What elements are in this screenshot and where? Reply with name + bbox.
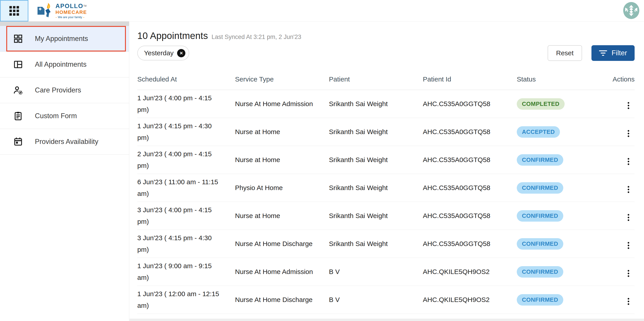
cell-patient: Srikanth Sai Weight: [329, 100, 423, 108]
cell-service-type: Nurse At Home Discharge: [235, 296, 329, 303]
filter-button[interactable]: Filter: [592, 45, 634, 61]
logo-apollo-text: APOLLO: [56, 3, 84, 10]
cell-scheduled-at: 1 Jun'23 ( 4:00 pm - 4:15 pm): [137, 90, 224, 118]
manage-accounts-icon: [13, 85, 23, 95]
table-row: 6 Jun'23 ( 11:00 am - 11:15 am) Physio A…: [137, 174, 634, 202]
table-row: 1 Jun'23 ( 12:00 am - 12:15 am) Nurse At…: [137, 286, 634, 314]
cell-patient: Srikanth Sai Weight: [329, 212, 423, 220]
cell-patient-id: AHC.C535A0GGTQ58: [423, 100, 517, 108]
status-badge: CONFIRMED: [517, 182, 563, 194]
cell-scheduled-at: 3 Jun'23 ( 4:15 pm - 4:30 pm): [137, 230, 224, 258]
cell-patient: Srikanth Sai Weight: [329, 156, 423, 164]
cell-patient-id: AHC.QKILE5QH9OS2: [423, 268, 517, 275]
cell-patient-id: AHC.C535A0GGTQ58: [423, 212, 517, 220]
status-badge: CONFIRMED: [517, 238, 563, 250]
cell-scheduled-at: 1 Jun'23 ( 12:00 am - 12:15 am): [137, 286, 224, 313]
table-row: 3 Jun'23 ( 4:15 pm - 4:30 pm) Nurse At H…: [137, 230, 634, 258]
sidebar-item-my-appointments[interactable]: My Appointments: [0, 26, 129, 52]
logo-tagline: – We are your family –: [56, 16, 87, 19]
filter-chip-yesterday[interactable]: Yesterday ✕: [137, 46, 189, 61]
status-badge: ACCEPTED: [517, 126, 560, 138]
table-row: 3 Jun'23 ( 4:00 pm - 4:15 pm) Nurse at H…: [137, 202, 634, 230]
cell-service-type: Nurse At Home Admission: [235, 268, 329, 275]
status-badge: CONFIRMED: [517, 294, 563, 305]
sidebar-item-label: All Appointments: [35, 61, 86, 69]
cell-service-type: Physio At Home: [235, 184, 329, 192]
sidebar-item-label: My Appointments: [35, 35, 88, 43]
apps-grid-icon: [10, 6, 19, 16]
sidebar-item-label: Providers Availability: [35, 138, 98, 146]
appointments-table: Scheduled At Service Type Patient Patien…: [137, 69, 634, 321]
col-actions: Actions: [595, 76, 634, 83]
cell-patient: B V: [329, 296, 423, 303]
chip-remove-icon[interactable]: ✕: [177, 49, 185, 57]
cell-service-type: Nurse At Home Admission: [235, 100, 329, 108]
sidebar-item-custom-form[interactable]: Custom Form: [0, 103, 129, 129]
page-title: 10 Appointments: [137, 31, 208, 41]
dashboard-icon: [13, 34, 23, 44]
cell-service-type: Nurse at Home: [235, 212, 329, 220]
sidebar-top-strip: [0, 22, 129, 26]
cell-patient: Srikanth Sai Weight: [329, 128, 423, 136]
col-patient: Patient: [329, 76, 423, 83]
reset-button[interactable]: Reset: [548, 45, 582, 61]
cell-patient-id: AHC.QKILE5QH9OS2: [423, 296, 517, 303]
cell-scheduled-at: 2 Jun'23 ( 4:00 pm - 4:15 pm): [137, 146, 224, 174]
row-actions-kebab-icon[interactable]: [626, 101, 632, 110]
layout-icon: [13, 59, 23, 70]
cell-service-type: Nurse at Home: [235, 156, 329, 164]
cell-patient: B V: [329, 268, 423, 275]
row-actions-kebab-icon[interactable]: [626, 129, 632, 138]
row-actions-kebab-icon[interactable]: [626, 185, 632, 194]
sidebar-item-label: Care Providers: [35, 86, 81, 94]
col-patient-id: Patient Id: [423, 76, 517, 83]
apollo-homecare-logo: APOLLOTM HOMECARE – We are your family –: [36, 2, 87, 20]
filter-icon: [599, 50, 607, 56]
title-row: 10 Appointments Last Synced At 3:21 pm, …: [137, 31, 634, 41]
table-header: Scheduled At Service Type Patient Patien…: [137, 69, 634, 90]
sidebar-item-all-appointments[interactable]: All Appointments: [0, 52, 129, 78]
cell-patient-id: AHC.C535A0GGTQ58: [423, 128, 517, 136]
row-actions-kebab-icon[interactable]: [626, 241, 632, 250]
torch-logo-icon: [36, 2, 53, 20]
table-body: 1 Jun'23 ( 4:00 pm - 4:15 pm) Nurse At H…: [137, 90, 634, 321]
cell-service-type: Nurse At Home Discharge: [235, 240, 329, 248]
filter-button-label: Filter: [612, 49, 627, 57]
cell-patient-id: AHC.C535A0GGTQ58: [423, 156, 517, 164]
logo-tm: TM: [84, 5, 86, 7]
row-actions-kebab-icon[interactable]: [626, 296, 632, 306]
col-scheduled-at: Scheduled At: [137, 76, 235, 83]
col-status: Status: [517, 76, 595, 83]
cell-scheduled-at: 1 Jun'23 ( 9:00 am - 9:15 am): [137, 258, 224, 286]
filter-row: Yesterday ✕ Reset Filter: [137, 45, 634, 61]
cell-scheduled-at: 3 Jun'23 ( 4:00 pm - 4:15 pm): [137, 202, 224, 230]
row-actions-kebab-icon[interactable]: [626, 269, 632, 278]
cell-scheduled-at: 1 Jun'23 ( 4:15 pm - 4:30 pm): [137, 118, 224, 146]
calendar-icon: [13, 137, 23, 147]
last-synced-text: Last Synced At 3:21 pm, 2 Jun'23: [212, 34, 301, 41]
status-badge: COMPLETED: [517, 98, 564, 110]
user-avatar[interactable]: [623, 2, 640, 19]
sidebar: My Appointments All Appointments Care Pr…: [0, 22, 129, 321]
logo-homecare-text: HOMECARE: [56, 10, 87, 15]
cell-patient-id: AHC.C535A0GGTQ58: [423, 240, 517, 248]
status-badge: CONFIRMED: [517, 154, 563, 166]
topbar: APOLLOTM HOMECARE – We are your family –: [0, 0, 644, 22]
table-row: 1 Jun'23 ( 4:00 pm - 4:15 pm) Nurse At H…: [137, 90, 634, 118]
clipboard-form-icon: [13, 111, 23, 121]
cell-scheduled-at: 6 Jun'23 ( 11:00 am - 11:15 am): [137, 174, 224, 202]
table-row: 1 Jun'23 ( 9:00 am - 9:15 am) Nurse At H…: [137, 258, 634, 286]
cell-patient: Srikanth Sai Weight: [329, 240, 423, 248]
table-row: 2 Jun'23 ( 4:00 pm - 4:15 pm) Nurse at H…: [137, 146, 634, 174]
apps-menu-button[interactable]: [0, 0, 28, 22]
row-actions-kebab-icon[interactable]: [626, 157, 632, 166]
filter-chip-label: Yesterday: [144, 49, 174, 57]
main-content: 10 Appointments Last Synced At 3:21 pm, …: [130, 22, 644, 321]
sidebar-item-care-providers[interactable]: Care Providers: [0, 78, 129, 103]
sidebar-item-providers-availability[interactable]: Providers Availability: [0, 129, 129, 155]
cell-service-type: Nurse at Home: [235, 128, 329, 136]
horizontal-scrollbar[interactable]: [130, 319, 644, 321]
row-actions-kebab-icon[interactable]: [626, 213, 632, 222]
status-badge: CONFIRMED: [517, 210, 563, 222]
cell-patient-id: AHC.C535A0GGTQ58: [423, 184, 517, 192]
